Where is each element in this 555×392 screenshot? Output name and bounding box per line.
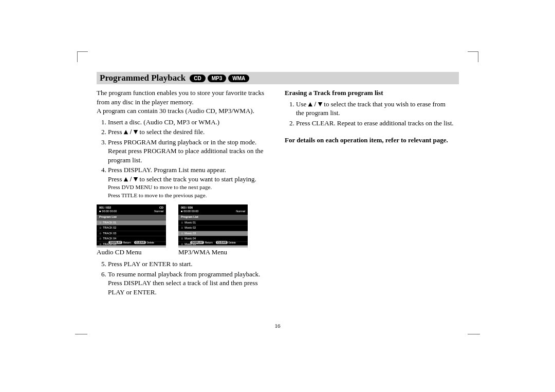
up-down-arrows-icon: ▲ / ▼ (124, 176, 138, 182)
music-note-icon: TRACK 03 (99, 232, 116, 235)
step-6: To resume normal playback from programme… (108, 270, 271, 297)
main-steps-list-continued: Press PLAY or ENTER to start. To resume … (97, 259, 271, 296)
intro-para-2: A program can contain 30 tracks (Audio C… (97, 106, 271, 116)
badge-mp3: MP3 (208, 74, 227, 82)
mp3-wma-osd: 003 / 036 00:00 00:00 Normal Program Lis… (178, 204, 248, 246)
up-down-arrows-icon: ▲ / ▼ (308, 101, 322, 107)
section-heading-bar: Programmed Playback CD MP3 WMA (97, 72, 459, 84)
step-1: Insert a disc. (Audio CD, MP3 or WMA.) (108, 118, 271, 127)
stop-icon: 00:00 00:00 (181, 210, 198, 213)
reference-note: For details on each operation item, refe… (285, 136, 454, 145)
crop-mark-top-left (77, 51, 88, 62)
music-note-icon: Music 03 (181, 232, 196, 235)
erase-subheading: Erasing a Track from program list (285, 88, 454, 98)
erase-step-2: Press CLEAR. Repeat to erase additional … (296, 119, 454, 128)
up-down-arrows-icon: ▲ / ▼ (124, 128, 138, 135)
music-note-icon: Music 04 (181, 237, 196, 240)
music-note-icon: TRACK 01 (99, 221, 116, 224)
crop-mark-mid-left (75, 334, 87, 335)
badge-cd: CD (190, 74, 205, 82)
page-number: 16 (0, 323, 555, 329)
stop-icon: 00:00 00:00 (99, 210, 117, 213)
main-steps-list: Insert a disc. (Audio CD, MP3 or WMA.) P… (97, 118, 271, 199)
music-note-icon: Music 01 (181, 221, 196, 224)
intro-para-1: The program function enables you to stor… (97, 88, 271, 106)
left-column: The program function enables you to stor… (97, 88, 271, 297)
step-4: Press DISPLAY. Program List menu appear.… (108, 165, 271, 199)
step-5: Press PLAY or ENTER to start. (108, 259, 271, 269)
music-note-icon: TRACK 02 (99, 226, 116, 229)
mp3-wma-menu-block: 003 / 036 00:00 00:00 Normal Program Lis… (178, 204, 248, 257)
mp3-wma-caption: MP3/WMA Menu (178, 248, 248, 257)
manual-page: Programmed Playback CD MP3 WMA The progr… (97, 72, 459, 297)
crop-mark-mid-right (468, 334, 480, 335)
audio-cd-caption: Audio CD Menu (97, 248, 166, 257)
erase-steps-list: Use ▲ / ▼ to select the track that you w… (285, 100, 454, 128)
audio-cd-menu-block: 001 / 032 CD 00:00 00:00 Normal Program … (97, 204, 166, 257)
music-note-icon: Music 02 (181, 226, 196, 229)
section-title: Programmed Playback (100, 73, 186, 83)
step-3: Press PROGRAM during playback or in the … (108, 138, 271, 165)
erase-step-1: Use ▲ / ▼ to select the track that you w… (296, 100, 454, 118)
badge-wma: WMA (228, 74, 249, 82)
right-column: Erasing a Track from program list Use ▲ … (285, 88, 454, 297)
music-note-icon: TRACK 04 (99, 237, 116, 240)
crop-mark-top-right (468, 51, 478, 62)
audio-cd-osd: 001 / 032 CD 00:00 00:00 Normal Program … (97, 204, 166, 246)
step-2: Press ▲ / ▼ to select the desired file. (108, 127, 271, 137)
two-column-body: The program function enables you to stor… (97, 88, 459, 297)
osd-menu-screenshots: 001 / 032 CD 00:00 00:00 Normal Program … (97, 204, 271, 257)
